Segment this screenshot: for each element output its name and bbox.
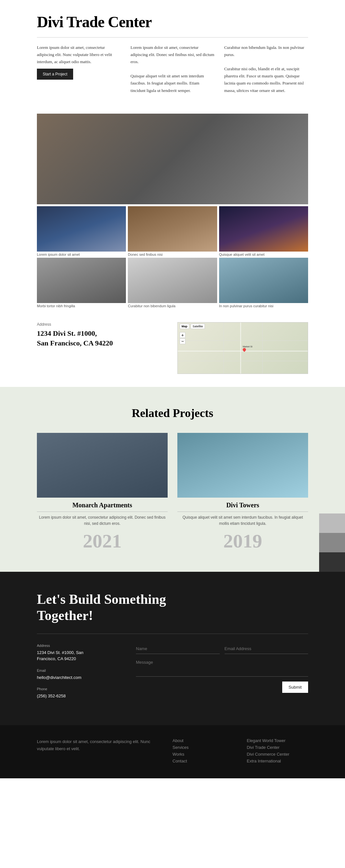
gallery-caption-6: In non pulvinar purus curabitur nisi — [219, 304, 308, 308]
gallery-item-3: Quisque aliquet velit sit amet — [219, 206, 308, 256]
project-year-1: 2021 — [37, 530, 168, 552]
footer-links: Elegant World Tower Divi Trade Center Di… — [247, 738, 308, 765]
gallery-caption-5: Curabitur non bibendum ligula — [128, 304, 217, 308]
address-info-label: Address — [37, 644, 123, 648]
project-desc-2: Quisque aliquet velit sit amet sem inter… — [177, 515, 308, 527]
map-street-label: Market St — [243, 345, 252, 348]
project-desc-1: Lorem ipsum dolor sit amet, consectetur … — [37, 515, 168, 527]
message-textarea[interactable] — [136, 657, 308, 677]
footer-nav-about[interactable]: About — [172, 738, 234, 743]
footer-nav-works[interactable]: Works — [172, 752, 234, 756]
gallery-item-5: Curabitur non bibendum ligula — [128, 258, 217, 308]
gallery-thumb-6 — [219, 258, 308, 303]
project-year-2: 2019 — [177, 530, 308, 552]
email-info-label: Email — [37, 669, 123, 673]
footer-link-3[interactable]: Divi Commerce Center — [247, 752, 308, 756]
hero-content: Lorem ipsum dolor sit amet, consectetur … — [37, 44, 308, 94]
contact-divider — [37, 633, 308, 634]
email-info-value: hello@diviarchitect.com — [37, 674, 123, 681]
footer-link-1[interactable]: Elegant World Tower — [247, 738, 308, 743]
hero-col3: Curabitur non bibendum ligula. In non pu… — [224, 44, 308, 94]
hero-col2: Lorem ipsum dolor sit amet, consectetur … — [130, 44, 214, 94]
deco-block-1 — [319, 514, 345, 533]
gallery-thumb-5 — [128, 258, 217, 303]
gallery-row-2: Morbi tortor nibh fringilla Curabitur no… — [37, 258, 308, 308]
start-project-button[interactable]: Start a Project — [37, 69, 73, 80]
map-inner: Map Satellite + − Market St — [178, 322, 308, 374]
hero-col1: Lorem ipsum dolor sit amet, consectetur … — [37, 44, 121, 94]
gallery-item-2: Donec sed finibus nisi — [128, 206, 217, 256]
project-image-2 — [177, 433, 308, 498]
project-title-1: Monarch Apartments — [37, 501, 168, 509]
projects-grid: Monarch Apartments Lorem ipsum dolor sit… — [37, 433, 308, 552]
related-title: Related Projects — [37, 406, 308, 420]
contact-section: Let's Build Something Together! Address … — [0, 572, 345, 725]
gallery-thumb-3 — [219, 206, 308, 252]
gallery-item-4: Morbi tortor nibh fringilla — [37, 258, 126, 308]
gallery-thumb-1 — [37, 206, 126, 252]
gallery-caption-3: Quisque aliquet velit sit amet — [219, 252, 308, 256]
map-tabs: Map Satellite — [180, 324, 205, 329]
map-tab-map[interactable]: Map — [180, 324, 189, 329]
project-divider-1 — [37, 512, 168, 512]
related-projects-section: Related Projects Monarch Apartments Lore… — [0, 387, 345, 572]
main-building-image — [37, 114, 308, 204]
project-image-1 — [37, 433, 168, 498]
footer-link-2[interactable]: Divi Trade Center — [247, 745, 308, 750]
gallery-row-1: Lorem ipsum dolor sit amet Donec sed fin… — [37, 206, 308, 256]
gallery-caption-1: Lorem ipsum dolor sit amet — [37, 252, 126, 256]
gallery-caption-4: Morbi tortor nibh fringilla — [37, 304, 126, 308]
gallery-item-1: Lorem ipsum dolor sit amet — [37, 206, 126, 256]
address-label: Address — [37, 322, 168, 327]
phone-info-value: (256) 352-6258 — [37, 693, 123, 699]
map-zoom-in[interactable]: + — [180, 332, 185, 338]
gallery-thumb-4 — [37, 258, 126, 303]
contact-grid: Address 1234 Divi St. #1000, San Francis… — [37, 644, 308, 706]
map-controls: + − — [180, 332, 185, 344]
form-name-email-row — [136, 644, 308, 654]
phone-info-label: Phone — [37, 687, 123, 691]
contact-info: Address 1234 Divi St. #1000, San Francis… — [37, 644, 123, 706]
gallery-caption-2: Donec sed finibus nisi — [128, 252, 217, 256]
deco-block-2 — [319, 533, 345, 552]
project-divider-2 — [177, 512, 308, 512]
footer-nav: About Services Works Contact — [172, 738, 234, 765]
gallery-section: Lorem ipsum dolor sit amet Donec sed fin… — [0, 107, 345, 316]
form-submit-row: Submit — [136, 682, 308, 693]
hero-section: Divi Trade Center Lorem ipsum dolor sit … — [0, 0, 345, 107]
address-text: 1234 Divi St. #1000, San Francisco, CA 9… — [37, 329, 168, 349]
contact-title: Let's Build Something Together! — [37, 591, 308, 624]
project-card-1: Monarch Apartments Lorem ipsum dolor sit… — [37, 433, 168, 552]
address-map-section: Address 1234 Divi St. #1000, San Francis… — [0, 316, 345, 387]
decorative-blocks — [319, 514, 345, 572]
name-input[interactable] — [136, 644, 220, 654]
contact-form: Submit — [136, 644, 308, 706]
map-zoom-out[interactable]: − — [180, 338, 185, 344]
gallery-item-6: In non pulvinar purus curabitur nisi — [219, 258, 308, 308]
footer: Lorem ipsum dolor sit amet, consectetur … — [0, 725, 345, 778]
footer-desc-col: Lorem ipsum dolor sit amet, consectetur … — [37, 738, 160, 765]
map-container: Map Satellite + − Market St — [177, 322, 308, 374]
address-block: Address 1234 Divi St. #1000, San Francis… — [37, 322, 168, 374]
footer-description: Lorem ipsum dolor sit amet, consectetur … — [37, 738, 160, 752]
submit-button[interactable]: Submit — [282, 682, 308, 693]
address-info-value: 1234 Divi St. #1000, San Francisco, CA 9… — [37, 649, 123, 662]
gallery-main-image — [37, 114, 308, 204]
hero-divider — [37, 37, 308, 37]
project-card-2: Divi Towers Quisque aliquet velit sit am… — [177, 433, 308, 552]
footer-link-4[interactable]: Extra International — [247, 758, 308, 764]
gallery-thumb-2 — [128, 206, 217, 252]
deco-block-3 — [319, 552, 345, 572]
project-title-2: Divi Towers — [177, 501, 308, 509]
map-tab-satellite[interactable]: Satellite — [191, 324, 205, 329]
footer-nav-services[interactable]: Services — [172, 745, 234, 750]
footer-nav-contact[interactable]: Contact — [172, 758, 234, 764]
email-input[interactable] — [225, 644, 308, 654]
page-title: Divi Trade Center — [37, 13, 308, 31]
